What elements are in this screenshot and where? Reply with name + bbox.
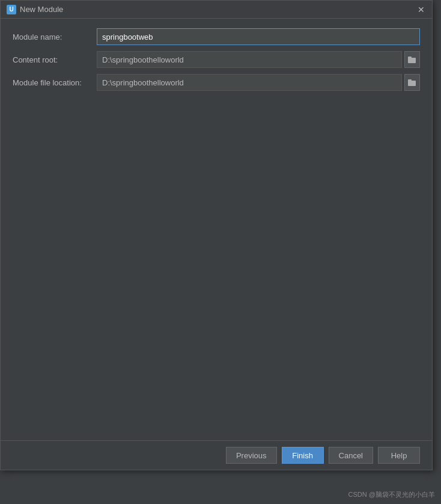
module-file-location-input[interactable] — [97, 74, 402, 91]
new-module-dialog: U New Module ✕ Module name: Content root… — [0, 0, 433, 470]
svg-rect-1 — [408, 57, 412, 59]
dialog-footer: Previous Finish Cancel Help — [1, 440, 432, 470]
dialog-body: Module name: Content root: — [1, 19, 432, 470]
dialog-title: New Module — [20, 5, 63, 14]
finish-button[interactable]: Finish — [282, 447, 324, 464]
module-file-location-row: Module file location: — [13, 74, 420, 91]
module-name-row: Module name: — [13, 28, 420, 45]
previous-button[interactable]: Previous — [226, 447, 277, 464]
folder-icon — [408, 56, 416, 63]
title-bar-left: U New Module — [7, 5, 63, 14]
close-button[interactable]: ✕ — [416, 5, 426, 14]
content-area — [13, 97, 420, 458]
module-name-input-wrapper — [97, 28, 420, 45]
module-file-location-input-wrapper — [97, 74, 420, 91]
title-bar: U New Module ✕ — [1, 1, 432, 19]
cancel-button[interactable]: Cancel — [329, 447, 373, 464]
module-name-label: Module name: — [13, 32, 97, 41]
content-root-row: Content root: — [13, 51, 420, 68]
module-file-location-browse-button[interactable] — [404, 74, 420, 91]
help-button[interactable]: Help — [378, 447, 420, 464]
watermark: CSDN @脑袋不灵光的小白羊 — [348, 490, 435, 499]
module-file-location-label: Module file location: — [13, 78, 97, 87]
dialog-icon: U — [7, 5, 16, 14]
content-root-label: Content root: — [13, 55, 97, 64]
content-root-browse-button[interactable] — [404, 51, 420, 68]
content-root-input[interactable] — [97, 51, 402, 68]
dialog-wrapper: U New Module ✕ Module name: Content root… — [0, 0, 441, 504]
folder-icon-2 — [408, 79, 416, 86]
content-root-input-wrapper — [97, 51, 420, 68]
svg-rect-3 — [408, 79, 412, 82]
module-name-input[interactable] — [97, 28, 420, 45]
